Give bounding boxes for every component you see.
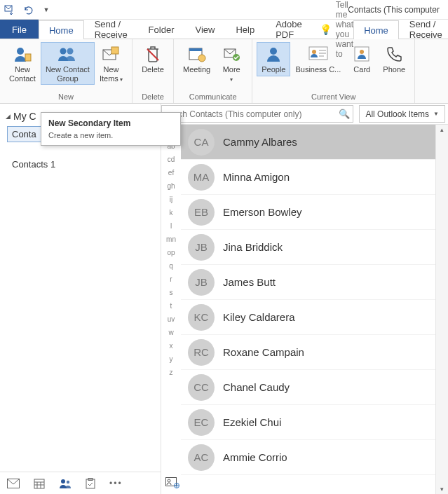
ribbon-group-label: Delete (133, 91, 173, 103)
new_contact-button[interactable]: NewContact (4, 42, 41, 85)
ribbon-group-communicate: MeetingMore ▾Communicate (174, 39, 252, 103)
scope-filter[interactable]: All Outlook Items ▼ (359, 105, 445, 123)
ribbon-group-label: Current View (252, 91, 414, 103)
tab-home[interactable]: Home (353, 20, 399, 39)
alpha-jump[interactable]: op (167, 249, 175, 259)
tab-send-receive[interactable]: Send / Receive (84, 20, 138, 39)
alpha-jump[interactable]: ij (170, 195, 172, 206)
new_items-button[interactable]: NewItems ▾ (95, 42, 128, 85)
business_card-button[interactable]: Business C... (290, 42, 346, 76)
contact-row[interactable]: KCKiley Caldarera (181, 300, 435, 335)
button-label: Group (57, 74, 79, 83)
delete-icon (142, 44, 164, 64)
svg-point-15 (312, 50, 316, 54)
customize-qat-icon[interactable]: ▼ (41, 4, 52, 15)
contact-row[interactable]: RCRoxane Campain (181, 335, 435, 370)
people-button[interactable]: People (257, 42, 290, 76)
tab-help[interactable]: Help (225, 20, 265, 39)
alpha-jump[interactable]: ef (168, 169, 174, 179)
contact-row[interactable]: JBJina Briddick (181, 230, 435, 265)
nav-pane: New Secondary Item Create a new item. ◢ … (0, 104, 161, 494)
avatar: CC (188, 374, 215, 401)
search-input[interactable] (162, 109, 336, 119)
alpha-jump[interactable]: s (170, 289, 173, 299)
avatar: EC (188, 409, 215, 436)
contact-row[interactable]: EBEmerson Bowley (181, 195, 435, 230)
button-label: Phone (383, 65, 405, 74)
contact-row[interactable]: CCChanel Caudy (181, 370, 435, 405)
svg-point-3 (60, 48, 67, 55)
nav-folder-item[interactable]: Contacts 1 (7, 156, 154, 172)
more-modules-icon[interactable]: ••• (109, 479, 123, 488)
phone-icon (383, 44, 405, 64)
scroll-up-icon[interactable]: ▴ (436, 126, 448, 133)
contact-row[interactable]: ACAmmie Corrio (181, 440, 435, 475)
send-receive-all-icon[interactable] (4, 4, 15, 15)
card-button[interactable]: Card (346, 42, 378, 76)
tell-me-search[interactable]: 💡 Tell me what you want to (313, 20, 353, 39)
contact-row[interactable]: JBJames Butt (181, 265, 435, 300)
list-wrap: 123abcdefghijklmnopqrstuvwxyz CACammy Al… (161, 125, 448, 494)
title-bar: ▼ Contacts (This computer (0, 0, 448, 20)
people-icon (262, 44, 285, 64)
alpha-jump[interactable]: gh (167, 182, 175, 193)
alpha-jump[interactable]: k (170, 209, 173, 219)
people-pane-toggle-icon[interactable] (165, 477, 179, 488)
search-box[interactable]: 🔍 (161, 105, 353, 123)
ribbon-group-current-view: PeopleBusiness C...CardPhoneCurrent View (252, 39, 415, 103)
nav-module-switcher: ••• (0, 472, 161, 494)
alpha-jump[interactable]: x (170, 342, 173, 352)
undo-icon[interactable] (22, 4, 34, 15)
scrollbar[interactable]: ▴ ▾ (435, 125, 448, 494)
ribbon-group-delete: DeleteDelete (133, 39, 174, 103)
alpha-jump[interactable]: q (169, 262, 173, 273)
nav-header-label: My C (13, 111, 36, 122)
meeting-button[interactable]: Meeting (178, 42, 215, 76)
new_contact-icon (11, 44, 34, 64)
tooltip-body: Create a new item. (48, 131, 173, 139)
tab-file[interactable]: File (0, 20, 39, 39)
contact-row[interactable]: MAMinna Amigon (181, 160, 435, 195)
people-module-icon[interactable] (59, 478, 72, 489)
contact-list[interactable]: CACammy AlbaresMAMinna AmigonEBEmerson B… (181, 125, 435, 494)
search-icon[interactable]: 🔍 (336, 109, 353, 119)
tab-send-receive[interactable]: Send / Receive (399, 20, 448, 39)
lightbulb-icon: 💡 (320, 24, 332, 35)
alpha-jump[interactable]: r (170, 275, 172, 286)
calendar-module-icon[interactable] (34, 478, 45, 489)
contact-row[interactable]: ECEzekiel Chui (181, 405, 435, 440)
alpha-jump[interactable]: l (170, 222, 172, 233)
alpha-jump[interactable]: cd (168, 156, 175, 166)
tasks-module-icon[interactable] (86, 478, 95, 489)
delete-button[interactable]: Delete (137, 42, 169, 76)
alpha-jump[interactable]: w (168, 329, 173, 339)
button-label: Delete (142, 65, 164, 74)
contact-name: Chanel Caudy (223, 381, 290, 393)
button-label: People (262, 65, 285, 74)
tab-home[interactable]: Home (39, 20, 84, 39)
tab-view[interactable]: View (184, 20, 225, 39)
new_contact_group-icon (56, 44, 79, 64)
svg-rect-9 (189, 48, 202, 51)
scroll-down-icon[interactable]: ▾ (436, 486, 448, 493)
contact-name: Minna Amigon (223, 171, 290, 183)
alpha-jump[interactable]: uv (168, 315, 175, 326)
alpha-index: 123abcdefghijklmnopqrstuvwxyz (161, 125, 181, 494)
alpha-jump[interactable]: y (170, 355, 173, 366)
alpha-jump[interactable]: mn (166, 235, 176, 246)
contact-row[interactable]: CACammy Albares (181, 125, 435, 160)
alpha-jump[interactable]: t (170, 302, 172, 313)
new_contact_group-button[interactable]: New ContactGroup (41, 42, 95, 85)
collapse-caret-icon: ◢ (6, 113, 11, 120)
mail-module-icon[interactable] (7, 479, 20, 488)
ribbon-group-label: New (0, 91, 132, 103)
tab-adobe-pdf[interactable]: Adobe PDF (265, 20, 313, 39)
contact-name: Cammy Albares (223, 136, 297, 148)
avatar: MA (188, 164, 215, 191)
more-button[interactable]: More ▾ (215, 42, 247, 85)
ribbon-group-label: Communicate (174, 91, 252, 103)
phone-button[interactable]: Phone (378, 42, 410, 76)
button-label: Business C... (295, 65, 341, 74)
tab-folder[interactable]: Folder (138, 20, 185, 39)
alpha-jump[interactable]: z (170, 369, 173, 379)
